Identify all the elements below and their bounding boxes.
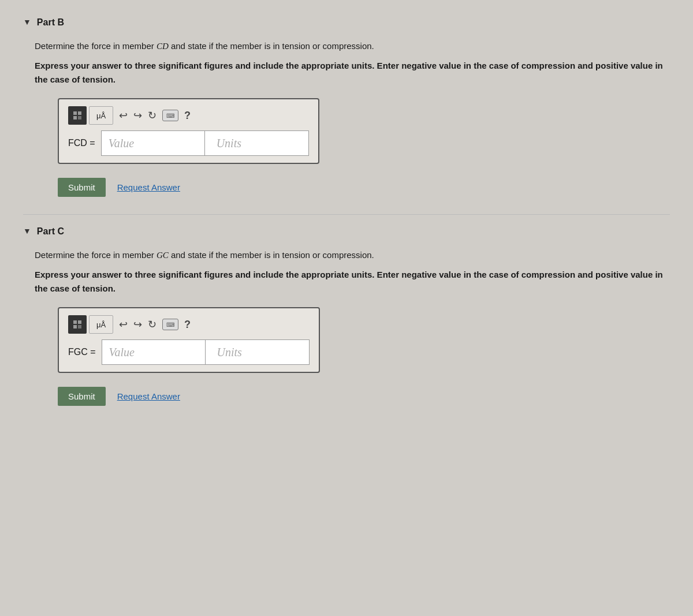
svg-rect-3 <box>78 116 81 120</box>
part-b-undo-icon[interactable]: ↩ <box>119 109 128 122</box>
part-c-value-placeholder: Value <box>109 346 135 359</box>
part-c-redo-icon[interactable]: ↪ <box>133 318 142 331</box>
part-b-request-answer-button[interactable]: Request Answer <box>117 182 180 192</box>
part-c-label: FGC = <box>68 347 96 357</box>
part-c-submit-row: Submit Request Answer <box>58 387 670 406</box>
part-b-header: ▼ Part B <box>23 17 670 28</box>
part-c-refresh-icon[interactable]: ↻ <box>148 318 157 331</box>
part-b-title: Part B <box>37 17 64 28</box>
part-c-header: ▼ Part C <box>23 226 670 237</box>
part-c-title: Part C <box>37 226 64 237</box>
part-b-description: Determine the force in member CD and sta… <box>35 39 670 53</box>
part-b-value-input[interactable]: Value <box>101 130 205 156</box>
part-c-section: ▼ Part C Determine the force in member G… <box>23 226 670 406</box>
part-c-text-icon[interactable] <box>68 315 87 334</box>
part-b-units-input[interactable]: Units <box>205 130 309 156</box>
part-c-input-box: μÅ ↩ ↪ ↻ ⌨ ? FGC = Value Units <box>58 307 320 373</box>
part-b-content: Determine the force in member CD and sta… <box>35 39 670 197</box>
part-b-units-placeholder: Units <box>217 137 241 150</box>
part-c-units-placeholder: Units <box>217 346 242 359</box>
part-c-member: GC <box>157 251 169 260</box>
svg-rect-1 <box>78 111 81 115</box>
part-b-submit-wrapper: Submit <box>58 178 106 197</box>
part-c-toolbar: μÅ ↩ ↪ ↻ ⌨ ? <box>68 315 310 334</box>
part-c-answer-row: FGC = Value Units <box>68 339 310 365</box>
part-b-value-placeholder: Value <box>109 137 134 150</box>
part-c-description: Determine the force in member GC and sta… <box>35 248 670 262</box>
part-b-help-icon[interactable]: ? <box>184 110 191 122</box>
svg-rect-4 <box>73 320 77 324</box>
part-b-submit-row: Submit Request Answer <box>58 178 670 197</box>
part-b-toolbar: μÅ ↩ ↪ ↻ ⌨ ? <box>68 106 309 125</box>
part-c-submit-button[interactable]: Submit <box>58 387 106 406</box>
part-c-content: Determine the force in member GC and sta… <box>35 248 670 406</box>
part-c-units-input[interactable]: Units <box>206 339 310 365</box>
part-c-request-answer-button[interactable]: Request Answer <box>117 391 180 401</box>
part-b-keyboard-icon[interactable]: ⌨ <box>162 110 178 121</box>
part-b-submit-button[interactable]: Submit <box>58 178 106 197</box>
part-c-mu-btn[interactable]: μÅ <box>89 315 113 334</box>
svg-rect-6 <box>73 325 77 328</box>
svg-rect-7 <box>78 325 81 328</box>
svg-rect-0 <box>73 111 77 115</box>
part-b-icon-block: μÅ <box>68 106 113 125</box>
part-b-instructions: Express your answer to three significant… <box>35 59 670 87</box>
part-c-chevron[interactable]: ▼ <box>23 227 31 236</box>
section-divider <box>23 214 670 215</box>
part-c-value-input[interactable]: Value <box>102 339 206 365</box>
part-b-input-box: μÅ ↩ ↪ ↻ ⌨ ? FCD = Value Units <box>58 98 319 164</box>
part-b-refresh-icon[interactable]: ↻ <box>148 109 157 122</box>
part-b-text-icon[interactable] <box>68 106 87 125</box>
part-b-chevron[interactable]: ▼ <box>23 18 31 27</box>
part-b-section: ▼ Part B Determine the force in member C… <box>23 17 670 197</box>
part-c-instructions: Express your answer to three significant… <box>35 268 670 296</box>
part-b-redo-icon[interactable]: ↪ <box>133 109 142 122</box>
part-c-undo-icon[interactable]: ↩ <box>119 318 128 331</box>
part-b-answer-row: FCD = Value Units <box>68 130 309 156</box>
part-c-help-icon[interactable]: ? <box>184 319 191 331</box>
part-b-member: CD <box>157 42 169 51</box>
part-c-icon-block: μÅ <box>68 315 113 334</box>
part-c-keyboard-icon[interactable]: ⌨ <box>162 319 178 330</box>
svg-rect-5 <box>78 320 81 324</box>
svg-rect-2 <box>73 116 77 120</box>
part-b-mu-btn[interactable]: μÅ <box>89 106 113 125</box>
part-b-label: FCD = <box>68 138 95 148</box>
